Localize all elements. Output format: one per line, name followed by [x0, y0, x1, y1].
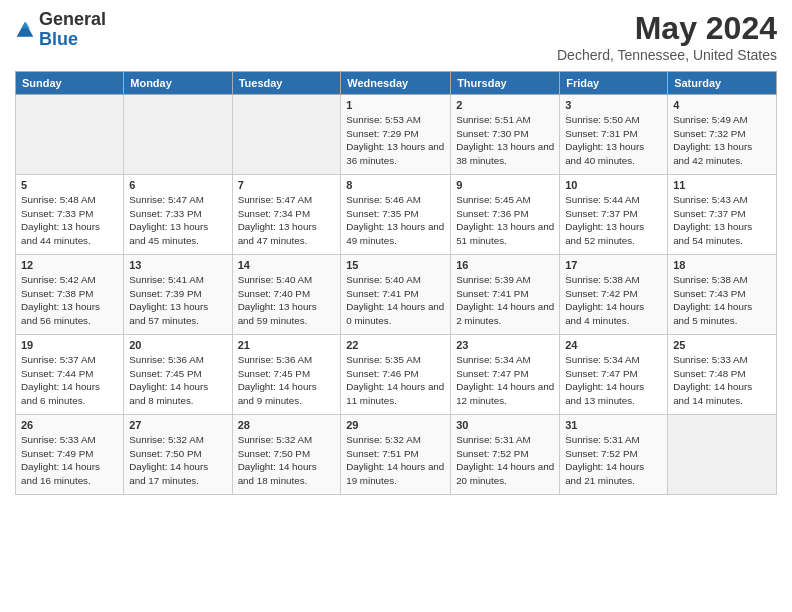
calendar-cell: 2Sunrise: 5:51 AMSunset: 7:30 PMDaylight… — [451, 95, 560, 175]
day-number: 24 — [565, 339, 662, 351]
day-info: Sunrise: 5:33 AMSunset: 7:49 PMDaylight:… — [21, 433, 118, 488]
day-number: 7 — [238, 179, 336, 191]
col-monday: Monday — [124, 72, 232, 95]
day-info: Sunrise: 5:42 AMSunset: 7:38 PMDaylight:… — [21, 273, 118, 328]
calendar-cell: 21Sunrise: 5:36 AMSunset: 7:45 PMDayligh… — [232, 335, 341, 415]
calendar-cell: 11Sunrise: 5:43 AMSunset: 7:37 PMDayligh… — [668, 175, 777, 255]
calendar-cell — [668, 415, 777, 495]
calendar-cell — [232, 95, 341, 175]
day-number: 21 — [238, 339, 336, 351]
calendar-cell: 30Sunrise: 5:31 AMSunset: 7:52 PMDayligh… — [451, 415, 560, 495]
calendar-cell: 25Sunrise: 5:33 AMSunset: 7:48 PMDayligh… — [668, 335, 777, 415]
col-sunday: Sunday — [16, 72, 124, 95]
calendar-cell: 5Sunrise: 5:48 AMSunset: 7:33 PMDaylight… — [16, 175, 124, 255]
calendar-cell: 23Sunrise: 5:34 AMSunset: 7:47 PMDayligh… — [451, 335, 560, 415]
day-number: 9 — [456, 179, 554, 191]
day-info: Sunrise: 5:45 AMSunset: 7:36 PMDaylight:… — [456, 193, 554, 248]
day-info: Sunrise: 5:46 AMSunset: 7:35 PMDaylight:… — [346, 193, 445, 248]
col-thursday: Thursday — [451, 72, 560, 95]
day-info: Sunrise: 5:39 AMSunset: 7:41 PMDaylight:… — [456, 273, 554, 328]
day-info: Sunrise: 5:50 AMSunset: 7:31 PMDaylight:… — [565, 113, 662, 168]
day-number: 2 — [456, 99, 554, 111]
calendar-cell: 27Sunrise: 5:32 AMSunset: 7:50 PMDayligh… — [124, 415, 232, 495]
day-number: 19 — [21, 339, 118, 351]
calendar-week-4: 19Sunrise: 5:37 AMSunset: 7:44 PMDayligh… — [16, 335, 777, 415]
day-number: 3 — [565, 99, 662, 111]
day-info: Sunrise: 5:36 AMSunset: 7:45 PMDaylight:… — [129, 353, 226, 408]
col-tuesday: Tuesday — [232, 72, 341, 95]
day-info: Sunrise: 5:34 AMSunset: 7:47 PMDaylight:… — [456, 353, 554, 408]
logo: General Blue — [15, 10, 106, 50]
calendar-cell: 10Sunrise: 5:44 AMSunset: 7:37 PMDayligh… — [560, 175, 668, 255]
day-info: Sunrise: 5:47 AMSunset: 7:33 PMDaylight:… — [129, 193, 226, 248]
calendar-week-3: 12Sunrise: 5:42 AMSunset: 7:38 PMDayligh… — [16, 255, 777, 335]
calendar-cell: 6Sunrise: 5:47 AMSunset: 7:33 PMDaylight… — [124, 175, 232, 255]
day-number: 16 — [456, 259, 554, 271]
day-info: Sunrise: 5:37 AMSunset: 7:44 PMDaylight:… — [21, 353, 118, 408]
day-info: Sunrise: 5:43 AMSunset: 7:37 PMDaylight:… — [673, 193, 771, 248]
day-number: 4 — [673, 99, 771, 111]
day-info: Sunrise: 5:38 AMSunset: 7:42 PMDaylight:… — [565, 273, 662, 328]
day-number: 10 — [565, 179, 662, 191]
calendar-cell: 13Sunrise: 5:41 AMSunset: 7:39 PMDayligh… — [124, 255, 232, 335]
day-info: Sunrise: 5:51 AMSunset: 7:30 PMDaylight:… — [456, 113, 554, 168]
day-info: Sunrise: 5:41 AMSunset: 7:39 PMDaylight:… — [129, 273, 226, 328]
day-number: 14 — [238, 259, 336, 271]
svg-marker-1 — [22, 21, 30, 28]
day-number: 26 — [21, 419, 118, 431]
day-number: 31 — [565, 419, 662, 431]
day-info: Sunrise: 5:33 AMSunset: 7:48 PMDaylight:… — [673, 353, 771, 408]
day-number: 13 — [129, 259, 226, 271]
col-friday: Friday — [560, 72, 668, 95]
day-number: 22 — [346, 339, 445, 351]
calendar-cell — [124, 95, 232, 175]
day-number: 18 — [673, 259, 771, 271]
calendar-cell: 14Sunrise: 5:40 AMSunset: 7:40 PMDayligh… — [232, 255, 341, 335]
day-info: Sunrise: 5:40 AMSunset: 7:41 PMDaylight:… — [346, 273, 445, 328]
day-number: 25 — [673, 339, 771, 351]
calendar-cell: 19Sunrise: 5:37 AMSunset: 7:44 PMDayligh… — [16, 335, 124, 415]
day-number: 8 — [346, 179, 445, 191]
month-title: May 2024 — [557, 10, 777, 47]
day-info: Sunrise: 5:53 AMSunset: 7:29 PMDaylight:… — [346, 113, 445, 168]
day-info: Sunrise: 5:38 AMSunset: 7:43 PMDaylight:… — [673, 273, 771, 328]
calendar-header: Sunday Monday Tuesday Wednesday Thursday… — [16, 72, 777, 95]
logo-icon — [15, 20, 35, 40]
day-info: Sunrise: 5:44 AMSunset: 7:37 PMDaylight:… — [565, 193, 662, 248]
calendar-table: Sunday Monday Tuesday Wednesday Thursday… — [15, 71, 777, 495]
day-info: Sunrise: 5:32 AMSunset: 7:50 PMDaylight:… — [129, 433, 226, 488]
calendar-page: General Blue May 2024 Decherd, Tennessee… — [0, 0, 792, 612]
title-block: May 2024 Decherd, Tennessee, United Stat… — [557, 10, 777, 63]
calendar-cell: 26Sunrise: 5:33 AMSunset: 7:49 PMDayligh… — [16, 415, 124, 495]
day-number: 29 — [346, 419, 445, 431]
calendar-cell: 7Sunrise: 5:47 AMSunset: 7:34 PMDaylight… — [232, 175, 341, 255]
calendar-cell: 18Sunrise: 5:38 AMSunset: 7:43 PMDayligh… — [668, 255, 777, 335]
calendar-cell: 3Sunrise: 5:50 AMSunset: 7:31 PMDaylight… — [560, 95, 668, 175]
col-wednesday: Wednesday — [341, 72, 451, 95]
calendar-body: 1Sunrise: 5:53 AMSunset: 7:29 PMDaylight… — [16, 95, 777, 495]
calendar-cell: 9Sunrise: 5:45 AMSunset: 7:36 PMDaylight… — [451, 175, 560, 255]
day-number: 6 — [129, 179, 226, 191]
calendar-week-5: 26Sunrise: 5:33 AMSunset: 7:49 PMDayligh… — [16, 415, 777, 495]
day-info: Sunrise: 5:34 AMSunset: 7:47 PMDaylight:… — [565, 353, 662, 408]
calendar-cell: 28Sunrise: 5:32 AMSunset: 7:50 PMDayligh… — [232, 415, 341, 495]
calendar-cell: 1Sunrise: 5:53 AMSunset: 7:29 PMDaylight… — [341, 95, 451, 175]
day-number: 12 — [21, 259, 118, 271]
day-number: 28 — [238, 419, 336, 431]
day-number: 17 — [565, 259, 662, 271]
day-info: Sunrise: 5:49 AMSunset: 7:32 PMDaylight:… — [673, 113, 771, 168]
day-info: Sunrise: 5:48 AMSunset: 7:33 PMDaylight:… — [21, 193, 118, 248]
calendar-cell: 17Sunrise: 5:38 AMSunset: 7:42 PMDayligh… — [560, 255, 668, 335]
calendar-cell — [16, 95, 124, 175]
day-number: 5 — [21, 179, 118, 191]
logo-blue-text: Blue — [39, 29, 78, 49]
day-info: Sunrise: 5:36 AMSunset: 7:45 PMDaylight:… — [238, 353, 336, 408]
header: General Blue May 2024 Decherd, Tennessee… — [15, 10, 777, 63]
calendar-cell: 24Sunrise: 5:34 AMSunset: 7:47 PMDayligh… — [560, 335, 668, 415]
day-info: Sunrise: 5:32 AMSunset: 7:51 PMDaylight:… — [346, 433, 445, 488]
calendar-week-2: 5Sunrise: 5:48 AMSunset: 7:33 PMDaylight… — [16, 175, 777, 255]
day-info: Sunrise: 5:32 AMSunset: 7:50 PMDaylight:… — [238, 433, 336, 488]
calendar-cell: 20Sunrise: 5:36 AMSunset: 7:45 PMDayligh… — [124, 335, 232, 415]
day-info: Sunrise: 5:40 AMSunset: 7:40 PMDaylight:… — [238, 273, 336, 328]
day-number: 20 — [129, 339, 226, 351]
